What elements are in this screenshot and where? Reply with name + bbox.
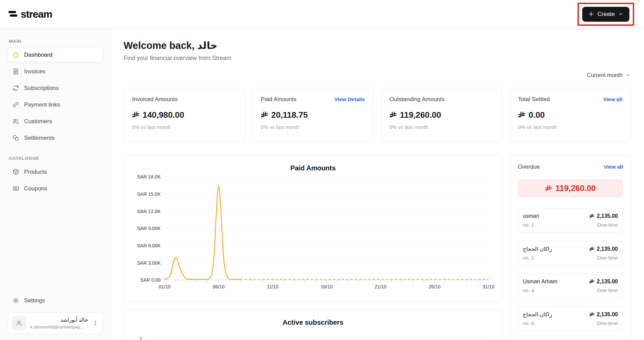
stream-logo-icon <box>8 10 18 19</box>
coupon-icon <box>12 185 19 192</box>
create-button[interactable]: Create <box>582 7 629 22</box>
gear-icon <box>12 297 19 304</box>
payment-type: One-time <box>597 287 618 293</box>
sidebar-section-main-label: MAIN <box>9 39 103 44</box>
stat-card-title: Invoiced Amounts <box>132 96 178 103</box>
person-icon <box>15 319 23 327</box>
page-subtitle: Find your financial overview from Stream <box>124 55 631 62</box>
line-chart-plot <box>165 177 489 280</box>
overdue-list-item[interactable]: usman 2,135.00 no. 1 One-time <box>518 208 623 232</box>
view-all-link[interactable]: View all <box>603 96 622 102</box>
sidebar-item-settlements[interactable]: Settlements <box>7 130 103 146</box>
sidebar-item-label: Invoices <box>24 68 45 75</box>
y-axis-tick-label: SAR 0.00 <box>132 277 161 283</box>
user-profile[interactable]: خالد أبوراشد k.aborashid@streampay... <box>7 312 103 334</box>
overdue-total-amount: 119,260.00 <box>555 184 596 193</box>
sidebar-item-subscriptions[interactable]: Subscriptions <box>7 80 103 96</box>
page-title: Welcome back, خالد <box>124 40 631 51</box>
stat-card-paid-amounts: Paid Amounts View Details 20,118.75 0% v… <box>252 88 373 141</box>
sidebar-item-label: Products <box>24 169 47 175</box>
overdue-list-item[interactable]: Usman Arham 2,135.00 no. 4 One-time <box>518 274 623 298</box>
sidebar-item-label: Settings <box>24 297 45 304</box>
user-email: k.aborashid@streampay... <box>30 324 88 329</box>
overdue-item-amount: 2,135.00 <box>597 279 618 285</box>
sidebar-item-label: Dashboard <box>24 52 52 58</box>
stat-card-amount: 140,980.00 <box>143 110 184 120</box>
stat-card-amount: 119,260.00 <box>400 110 441 120</box>
chevron-down-icon <box>618 12 623 17</box>
riyal-currency-icon <box>589 247 594 251</box>
chart-title: Active subscribers <box>132 319 494 326</box>
customer-name: usman <box>523 213 539 219</box>
payment-type: One-time <box>597 320 618 326</box>
invoice-number: no. 1 <box>523 222 534 228</box>
overdue-card: Overdue View all 119,260.00 usman 2,135.… <box>510 155 631 340</box>
invoice-icon <box>12 68 19 75</box>
overdue-item-amount: 2,135.00 <box>597 311 618 318</box>
sidebar-item-invoices[interactable]: Invoices <box>7 64 103 79</box>
x-axis-tick-label: 06/10 <box>207 284 231 289</box>
overdue-list: usman 2,135.00 no. 1 One-time راكان الحج… <box>518 208 623 331</box>
y-axis-tick-label: SAR 3.00K <box>132 260 161 266</box>
sidebar-item-label: Coupons <box>24 185 47 192</box>
overdue-total: 119,260.00 <box>518 179 623 197</box>
period-selector[interactable]: Current month <box>587 72 631 78</box>
x-axis-tick-label: 01/10 <box>153 284 177 289</box>
stat-card-amount: 0.00 <box>529 110 545 120</box>
x-axis-tick-label: 16/10 <box>315 284 338 289</box>
period-label: Current month <box>587 72 623 78</box>
link-icon <box>12 101 19 108</box>
gridline <box>147 339 489 339</box>
y-axis-tick-label: SAR 12.0K <box>132 209 161 214</box>
paid-amounts-chart: SAR 0.00SAR 3.00KSAR 6.00KSAR 9.00KSAR 1… <box>132 173 494 293</box>
chevron-down-icon <box>626 73 631 78</box>
sidebar-item-payment-links[interactable]: Payment links <box>7 97 103 112</box>
stat-card-outstanding-amounts: Outstanding Amounts 119,260.00 0% vs las… <box>381 88 502 141</box>
sidebar: MAIN Dashboard Invoices <box>0 29 111 340</box>
y-axis-tick-label: SAR 18.0K <box>132 174 161 180</box>
stat-card-comparison: 0% vs last month <box>518 124 622 130</box>
sidebar-item-label: Subscriptions <box>24 85 59 92</box>
stat-card-title: Total Settled <box>518 96 550 103</box>
sidebar-item-coupons[interactable]: Coupons <box>7 181 103 196</box>
riyal-currency-icon <box>132 112 140 118</box>
stat-card-invoiced-amounts: Invoiced Amounts 140,980.00 0% vs last m… <box>124 88 245 141</box>
user-avatar <box>12 316 26 330</box>
x-axis-tick-label: 26/10 <box>423 284 446 289</box>
x-axis-tick-label: 21/10 <box>369 284 392 289</box>
app-logo[interactable]: stream <box>8 8 52 20</box>
sidebar-item-customers[interactable]: Customers <box>7 114 103 129</box>
sidebar-item-dashboard[interactable]: Dashboard <box>7 47 103 62</box>
riyal-currency-icon <box>261 112 268 118</box>
invoice-number: no. 6 <box>523 320 534 326</box>
y-axis-tick-label: 1 <box>132 336 142 340</box>
stat-card-comparison: 0% vs last month <box>389 124 494 130</box>
y-axis-tick-label: SAR 9.00K <box>132 226 161 231</box>
riyal-currency-icon <box>518 112 526 118</box>
refresh-icon <box>12 84 19 92</box>
user-menu-button[interactable] <box>92 319 99 327</box>
stat-cards-row: Invoiced Amounts 140,980.00 0% vs last m… <box>124 88 631 141</box>
plus-icon <box>588 11 594 17</box>
overdue-view-all-link[interactable]: View all <box>604 164 623 170</box>
kebab-menu-icon <box>93 320 98 326</box>
overdue-list-item[interactable]: راكان الحجاج 2,135.00 no. 6 One-time <box>518 306 623 331</box>
active-subscribers-chart-card: Active subscribers 1 <box>124 309 502 340</box>
view-details-link[interactable]: View Details <box>334 96 365 102</box>
people-icon <box>12 118 19 125</box>
riyal-currency-icon <box>589 312 594 317</box>
y-axis-tick-label: SAR 6.00K <box>132 243 161 248</box>
payment-type: One-time <box>597 255 618 261</box>
overdue-list-item[interactable]: راكان الحجاج 2,135.00 no. 2 One-time <box>518 241 623 265</box>
sidebar-item-settings[interactable]: Settings <box>7 293 103 308</box>
riyal-currency-icon <box>589 214 594 219</box>
riyal-currency-icon <box>389 112 397 118</box>
box-icon <box>12 168 19 175</box>
stat-card-title: Outstanding Amounts <box>389 96 445 103</box>
main-content: Welcome back, خالد Find your financial o… <box>111 29 644 340</box>
paid-amounts-chart-card: Paid Amounts SAR 0.00SAR 3.00KSAR 6.00KS… <box>124 155 502 302</box>
customer-name: راكان الحجاج <box>523 246 552 252</box>
sidebar-item-products[interactable]: Products <box>7 164 103 180</box>
overdue-item-amount: 2,135.00 <box>597 246 618 252</box>
stat-card-title: Paid Amounts <box>261 96 296 103</box>
